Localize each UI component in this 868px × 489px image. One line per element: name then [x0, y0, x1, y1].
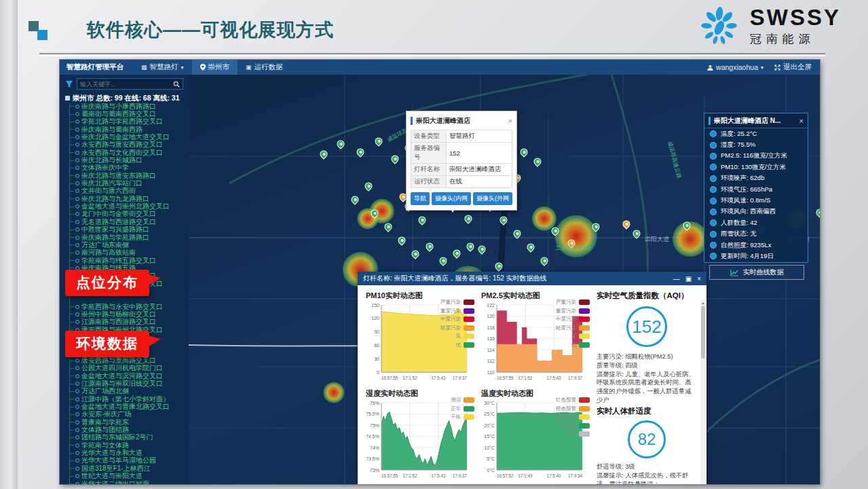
chart-legend: 严重污染重度污染中度污染轻度污染良优 — [440, 298, 474, 349]
device-info-row: 运行状态在线 — [411, 176, 512, 188]
legend-swatch — [464, 342, 474, 348]
tree-item[interactable]: 无名道路与西游路交叉口 — [70, 218, 189, 225]
close-icon[interactable]: × — [697, 275, 701, 283]
nav-item-2[interactable]: ▣运行数据 — [238, 60, 291, 75]
scrollbar-thumb[interactable] — [701, 306, 705, 359]
close-icon[interactable]: × — [799, 117, 804, 125]
clock-icon — [710, 253, 717, 259]
tree-root-node[interactable]: 崇州市 总数: 99 在线: 68 离线: 31 — [65, 94, 189, 103]
svg-text:17:9:37: 17:9:37 — [453, 473, 468, 478]
chart-legend: 红色预警橙色预警黄色预警正常温度寒冷 — [556, 396, 590, 439]
search-input[interactable] — [80, 81, 173, 88]
tree-item[interactable]: 晋康南与学苑东 — [70, 418, 189, 426]
tree-item[interactable]: 蜀南街与蜀南西路交叉口 — [70, 110, 189, 117]
tree-item[interactable]: 国道318至F1-上林西江 — [70, 465, 189, 472]
comfort-value-circle: 82 — [628, 420, 666, 458]
humidity-chart: 湿度实时动态图潮湿正常干燥73%73.5%74%74.5%75%75.5%76%… — [363, 387, 476, 482]
nav-item-0[interactable]: ▦智慧路灯▾ — [133, 60, 192, 75]
wind-speed-icon — [710, 198, 717, 204]
search-icon[interactable] — [173, 81, 180, 88]
svg-text:16:57:55: 16:57:55 — [381, 376, 398, 380]
tree-item[interactable]: 永安西路与文化西街交叉口 — [70, 149, 189, 156]
tree-gap — [70, 295, 189, 303]
tree-item[interactable]: 江源南路与崇双旧线交叉口 — [70, 380, 189, 387]
tree-item[interactable]: 永安东-崇庆广场 — [70, 411, 189, 418]
tree-item[interactable]: 龙门中街与金带街交叉口 — [70, 211, 189, 218]
tree-item[interactable]: 世纪大道与崇阳大道 — [70, 473, 189, 480]
tree-item[interactable]: 崇庆北路汽车站门口 — [70, 179, 189, 187]
legend-swatch — [579, 342, 590, 348]
device-info-row: 服务器编号152 — [411, 143, 512, 164]
realtime-curve-button[interactable]: 实时曲线数据 — [709, 265, 804, 280]
tree-root-label: 崇州市 总数: 99 在线: 68 离线: 31 — [73, 94, 180, 103]
comfort-description: 舒适等级: 3级 温馨提示: 人体感觉次热，很不舒适，需注意防暑降温； — [597, 463, 697, 484]
tree-item[interactable]: 学苑北路与学苑西路交叉口 — [70, 118, 189, 126]
tree-item[interactable]: 文井街与唐六西街 — [70, 187, 189, 195]
tree-item[interactable]: 学苑西路与永安中路交叉口 — [70, 303, 189, 310]
camera-external-button[interactable]: 摄像头(外网 — [473, 192, 512, 205]
tree-item[interactable]: 崇庆南路与学苑路路口 — [70, 234, 189, 241]
tree-item[interactable]: 学苑南与文体路 — [70, 441, 189, 449]
lamp-icon — [75, 435, 79, 439]
tree-item[interactable]: 光华大道二绕出口对面 — [70, 480, 189, 484]
environment-row: 湿度: 75.5% — [704, 139, 808, 150]
tree-item[interactable]: 学苑南路与纬五路交叉口 — [70, 257, 189, 264]
scroll-up-icon[interactable]: ▲ — [700, 300, 706, 306]
tree-item[interactable]: 崇庆北路与金盆地大道交叉口 — [70, 133, 189, 141]
user-menu[interactable]: wangxiaohua ▾ — [707, 63, 763, 71]
tree-item[interactable]: 公园大道四川机电学院门口 — [70, 365, 189, 372]
pressure-gauge-icon — [710, 186, 717, 193]
comfort-title: 实时人体舒适度 — [597, 406, 697, 416]
svg-text:17:5:40: 17:5:40 — [546, 473, 561, 478]
tree-item[interactable]: 金盆地大道与晋康北路交叉口 — [70, 403, 189, 410]
tree-item[interactable]: 团结路与东城国际2号门 — [70, 434, 189, 441]
environment-row: PM10: 130微克/立方米 — [704, 162, 808, 173]
tree-item[interactable]: 文体路与团结路 — [70, 426, 189, 433]
lamp-icon — [75, 151, 79, 155]
lamp-icon — [75, 228, 79, 232]
svg-text:112: 112 — [487, 359, 495, 363]
legend-swatch — [464, 406, 474, 412]
tree-item[interactable]: 江源中路（第七小学斜对面） — [70, 395, 189, 403]
tree-item[interactable]: 崇庆南路与小康西路路口 — [70, 103, 189, 110]
lamp-icon — [75, 389, 79, 393]
tree-item[interactable]: 江源南路与西游路交叉口 — [70, 319, 189, 326]
tree-item[interactable]: 崇州中路与杨柳街交叉口 — [70, 310, 189, 318]
panel-scrollbar[interactable]: ▲ ▼ — [700, 300, 706, 484]
lamp-icon — [75, 382, 79, 386]
lamp-icon — [75, 374, 79, 378]
exit-fullscreen-button[interactable]: 退出全屏 — [774, 62, 812, 72]
close-icon[interactable]: × — [508, 117, 512, 125]
tree-item[interactable]: 永安西路与唐安西路交叉口 — [70, 141, 189, 149]
tree-item[interactable]: 唐安西路与景周路交叉口 — [70, 357, 189, 364]
tree-item[interactable]: 中胜世家与兴盛路路口 — [70, 226, 189, 234]
device-info-row: 灯杆名称崇阳大道澜峰酒店 — [411, 164, 512, 176]
svg-text:60: 60 — [374, 343, 379, 348]
nav-item-1[interactable]: 崇州市 — [192, 60, 238, 75]
tree-item[interactable]: 南河路与高铁站南 — [70, 249, 189, 257]
device-info-row: 设备类型智慧路灯 — [411, 130, 512, 143]
line-chart-icon — [730, 269, 739, 276]
tree-item[interactable]: 崇庆北路与长城路口 — [70, 156, 189, 164]
tree-item[interactable]: 万达广场东南侧 — [70, 241, 189, 249]
navigate-button[interactable]: 导航 — [411, 192, 430, 205]
collapse-icon[interactable] — [65, 96, 70, 101]
tree-item[interactable]: 光华大道与永和大道 — [70, 449, 189, 456]
lamp-icon — [75, 251, 79, 255]
camera-internal-button[interactable]: 摄像头(内网 — [432, 192, 471, 205]
tree-item[interactable]: 金盆地大道与崇州北路交叉口 — [70, 202, 189, 210]
tree-item[interactable]: 金盆地大道与滨河路交叉口 — [70, 372, 189, 380]
filter-funnel-icon[interactable] — [65, 80, 73, 88]
tree-item[interactable]: 崇庆北路与唐安东路路口 — [70, 172, 189, 179]
svg-text:0: 0 — [377, 370, 379, 375]
restore-icon[interactable]: ▣ — [685, 275, 692, 283]
minimize-icon[interactable]: — — [673, 275, 680, 283]
legend-swatch — [579, 308, 590, 314]
legend-swatch — [579, 316, 590, 322]
tree-item[interactable]: 光华大道与羊马湿地公园 — [70, 457, 189, 465]
tree-item[interactable]: 万达广场西北侧 — [70, 388, 189, 395]
tree-item[interactable]: 崇庆北路与九龙路路口 — [70, 195, 189, 202]
lamp-icon — [75, 220, 79, 224]
tree-item[interactable]: 文体路崇庆中学 — [70, 164, 189, 172]
tree-item[interactable]: 崇庆南路与蜀南西路 — [70, 126, 189, 133]
